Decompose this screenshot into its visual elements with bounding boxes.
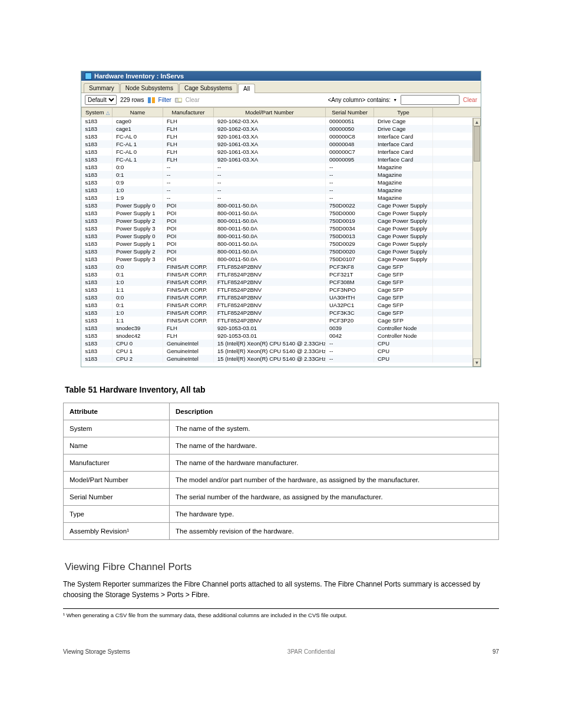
table-cell: CPU 0: [113, 340, 163, 347]
table-row[interactable]: s1830:1------Magazine: [82, 171, 481, 179]
column-header[interactable]: Manufacturer: [163, 108, 214, 117]
table-row[interactable]: s183Power Supply 0POI800-0011-50.0A750D0…: [82, 202, 481, 209]
table-cell: FTLF8524P2BNV: [214, 309, 326, 317]
table-cell: Controller Node: [374, 324, 433, 332]
table-cell: FINISAR CORP.: [163, 278, 214, 286]
table-row[interactable]: s1831:0------Magazine: [82, 186, 481, 194]
table-row[interactable]: s1830:0------Magazine: [82, 163, 481, 171]
column-header[interactable]: Model/Part Number: [214, 108, 326, 117]
table-cell: 15 (Intel(R) Xeon(R) CPU 5140 @ 2.33GHz): [214, 340, 326, 347]
tab-all[interactable]: All: [238, 84, 255, 93]
table-cell: s183: [82, 309, 113, 317]
section-heading: Viewing Fibre Channel Ports: [65, 561, 562, 573]
table-cell: 920-1061-03.XA: [214, 148, 326, 156]
table-row[interactable]: s183snodec42FLH920-1053-03.010042Control…: [82, 332, 481, 340]
table-row[interactable]: s183snodec39FLH920-1053-03.010039Control…: [82, 324, 481, 332]
table-cell: 15 (Intel(R) Xeon(R) CPU 5140 @ 2.33GHz): [214, 347, 326, 355]
table-cell: s183: [82, 255, 113, 263]
table-cell: s183: [82, 240, 113, 248]
table-row[interactable]: s183cage0FLH920-1062-03.XA00000051Drive …: [82, 117, 481, 126]
table-row[interactable]: s183CPU 2GenuineIntel15 (Intel(R) Xeon(R…: [82, 355, 481, 363]
table-cell: s183: [82, 324, 113, 332]
eraser-icon: [175, 98, 182, 103]
table-row[interactable]: s183Power Supply 0POI800-0011-50.0A750D0…: [82, 232, 481, 240]
table-cell: FINISAR CORP.: [163, 286, 214, 294]
table-row[interactable]: s183Power Supply 3POI800-0011-50.0A750D0…: [82, 255, 481, 263]
table-row[interactable]: s1830:1FINISAR CORP.FTLF8524P2BNVPCF321T…: [82, 271, 481, 278]
column-header[interactable]: Type: [374, 108, 433, 117]
view-select[interactable]: Default: [85, 95, 117, 105]
table-row[interactable]: s1830:0FINISAR CORP.FTLF8524P2BNVUA30HTH…: [82, 294, 481, 301]
table-row[interactable]: s1831:9------Magazine: [82, 194, 481, 202]
table-row[interactable]: s1831:1FINISAR CORP.FTLF8524P2BNVPCF3NPO…: [82, 286, 481, 294]
column-header[interactable]: System△: [82, 108, 113, 117]
scroll-thumb[interactable]: [474, 126, 480, 162]
table-row[interactable]: s1830:1FINISAR CORP.FTLF8524P2BNVUA32PC1…: [82, 301, 481, 309]
table-row[interactable]: s183FC-AL 0FLH920-1061-03.XA000000C8Inte…: [82, 133, 481, 140]
column-header[interactable]: Serial Number: [326, 108, 374, 117]
table-cell: s183: [82, 125, 113, 133]
table-row[interactable]: s183cage1FLH920-1062-03.XA00000050Drive …: [82, 125, 481, 133]
scroll-up-button[interactable]: ▲: [473, 118, 481, 126]
table-cell: s183: [82, 278, 113, 286]
table-cell: FINISAR CORP.: [163, 309, 214, 317]
table-row[interactable]: s1830:0FINISAR CORP.FTLF8524P2BNVPCF3KF8…: [82, 263, 481, 271]
table-cell: 800-0011-50.0A: [214, 225, 326, 232]
table-row[interactable]: s183Power Supply 1POI800-0011-50.0A750D0…: [82, 240, 481, 248]
table-cell: System: [64, 420, 170, 437]
table-cell: 0:0: [113, 294, 163, 301]
table-cell: The name of the system.: [170, 420, 499, 437]
tab-cage-subsystems[interactable]: Cage Subsystems: [179, 83, 237, 93]
table-cell: 800-0011-50.0A: [214, 209, 326, 217]
table-row[interactable]: s183FC-AL 1FLH920-1061-03.XA00000095Inte…: [82, 156, 481, 163]
tab-node-subsystems[interactable]: Node Subsystems: [120, 83, 178, 93]
scroll-track[interactable]: [473, 126, 481, 358]
table-cell: 000000C7: [326, 148, 374, 156]
clear-search-link[interactable]: Clear: [463, 97, 477, 103]
table-row[interactable]: s183Power Supply 2POI800-0011-50.0A750D0…: [82, 248, 481, 255]
table-cell: Name: [64, 437, 170, 454]
scroll-down-button[interactable]: ▼: [473, 358, 481, 367]
window-titlebar: Hardware Inventory : InServs: [81, 71, 481, 81]
table-cell: 0:1: [113, 271, 163, 278]
table-cell: Controller Node: [374, 332, 433, 340]
table-row[interactable]: s183Power Supply 2POI800-0011-50.0A750D0…: [82, 217, 481, 225]
table-cell: Power Supply 3: [113, 255, 163, 263]
tab-summary[interactable]: Summary: [84, 83, 120, 93]
table-cell: 0:0: [113, 163, 163, 171]
table-row[interactable]: s183CPU 0GenuineIntel15 (Intel(R) Xeon(R…: [82, 340, 481, 347]
table-cell: PCF3NPO: [326, 286, 374, 294]
table-cell: PCF3KF8: [326, 263, 374, 271]
table-row[interactable]: s1831:0FINISAR CORP.FTLF8524P2BNVPCF3K3C…: [82, 309, 481, 317]
table-row[interactable]: s183FC-AL 1FLH920-1061-03.XA00000048Inte…: [82, 140, 481, 148]
window-title: Hardware Inventory : InServs: [94, 73, 184, 80]
table-cell: 1:0: [113, 278, 163, 286]
table-cell: Power Supply 0: [113, 202, 163, 209]
table-cell: 920-1061-03.XA: [214, 140, 326, 148]
search-input[interactable]: [401, 95, 459, 105]
table-cell: 750D0000: [326, 209, 374, 217]
table-row[interactable]: s183Power Supply 3POI800-0011-50.0A750D0…: [82, 225, 481, 232]
vertical-scrollbar[interactable]: ▲ ▼: [472, 118, 481, 367]
table-cell: FINISAR CORP.: [163, 263, 214, 271]
table-cell: 750D0019: [326, 217, 374, 225]
table-row[interactable]: s1831:0FINISAR CORP.FTLF8524P2BNVPCF308M…: [82, 278, 481, 286]
table-cell: Cage Power Supply: [374, 232, 433, 240]
table-cell: s183: [82, 317, 113, 324]
table-row[interactable]: s1831:1FINISAR CORP.FTLF8524P2BNVPCF3P20…: [82, 317, 481, 324]
table-cell: Cage SFP: [374, 294, 433, 301]
table-cell: PCF321T: [326, 271, 374, 278]
table-cell: The assembly revision of the hardware.: [170, 523, 499, 540]
table-cell: POI: [163, 240, 214, 248]
search-column-dropdown[interactable]: <Any column> contains:: [328, 97, 397, 103]
table-cell: POI: [163, 232, 214, 240]
table-row[interactable]: s183Power Supply 1POI800-0011-50.0A750D0…: [82, 209, 481, 217]
column-header[interactable]: Name: [113, 108, 163, 117]
table-caption: Table 51 Hardware Inventory, All tab: [65, 385, 562, 394]
table-row[interactable]: s183FC-AL 0FLH920-1061-03.XA000000C7Inte…: [82, 148, 481, 156]
filter-link[interactable]: Filter: [158, 97, 171, 103]
table-row[interactable]: s183CPU 1GenuineIntel15 (Intel(R) Xeon(R…: [82, 347, 481, 355]
table-cell: Cage SFP: [374, 317, 433, 324]
attr-table-header: Attribute: [64, 403, 170, 420]
table-row[interactable]: s1830:9------Magazine: [82, 179, 481, 186]
